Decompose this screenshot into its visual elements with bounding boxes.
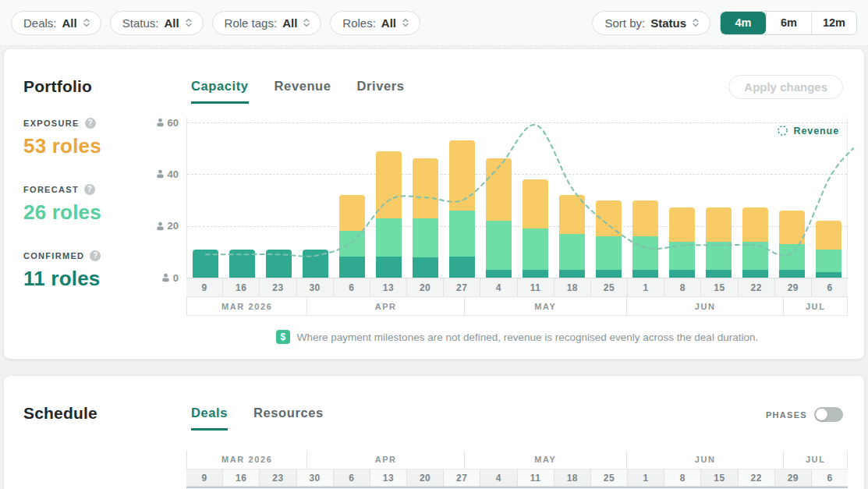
person-icon: [156, 221, 165, 231]
bar-slot-May 25: [590, 200, 627, 278]
segment-forecast: [706, 242, 732, 271]
segment-confirmed: [486, 270, 512, 278]
segment-confirmed: [632, 270, 658, 278]
segment-exposure: [449, 140, 475, 211]
stacked-bar-Jun 29: [779, 211, 805, 278]
week-cell-Apr 6: 6: [334, 470, 370, 486]
month-cell-may: MAY: [465, 297, 627, 315]
dollar-icon: $: [276, 330, 290, 344]
bar-slot-Apr 6: [334, 195, 370, 278]
bar-slot-Apr 13: [370, 151, 407, 278]
stacked-bar-Apr 13: [376, 151, 402, 278]
segment-exposure: [779, 211, 805, 244]
segment-confirmed: [266, 250, 292, 278]
segment-exposure: [486, 158, 512, 221]
revenue-legend-label: Revenue: [794, 126, 839, 136]
segment-exposure: [742, 207, 768, 241]
phases-toggle[interactable]: [814, 407, 843, 422]
chart-bars: [187, 118, 847, 278]
y-tick-0: 0: [161, 271, 179, 284]
stacked-bar-Mar 16: [229, 250, 255, 278]
week-cell-Apr 20: 20: [407, 278, 444, 296]
segment-confirmed: [779, 270, 805, 278]
week-cell-May 11: 11: [518, 278, 554, 296]
segment-confirmed: [303, 250, 328, 278]
segment-forecast: [413, 218, 438, 257]
segment-forecast: [449, 211, 475, 257]
phases-control: PHASES: [766, 407, 843, 422]
bar-slot-May 11: [517, 179, 554, 278]
capacity-chart: Revenue: [186, 118, 848, 278]
status-label: Status:: [122, 16, 159, 30]
updown-chevron-icon: [402, 18, 409, 27]
bar-slot-Jun 8: [664, 207, 700, 278]
status-dropdown[interactable]: Status:All: [110, 11, 204, 35]
portfolio-tabs: CapacityRevenueDrivers: [191, 79, 405, 104]
chart-y-axis: 6040200: [4, 118, 182, 278]
tab-resources[interactable]: Resources: [253, 406, 324, 431]
time-range-12m[interactable]: 12m: [811, 12, 856, 34]
topbar-right: Sort by: Status 4m6m12m: [592, 11, 857, 35]
schedule-week-axis: 916233061320274111825181522296: [186, 469, 848, 487]
time-range-6m[interactable]: 6m: [766, 12, 811, 34]
footnote-text: Where payment milestones are not defined…: [297, 331, 758, 343]
month-cell-jun: JUN: [627, 297, 784, 315]
deals-dropdown[interactable]: Deals:All: [11, 11, 101, 35]
segment-forecast: [742, 242, 768, 271]
stacked-bar-Jun 15: [706, 207, 732, 278]
deals-value: All: [62, 16, 77, 30]
segment-confirmed: [449, 257, 475, 278]
bar-slot-May 4: [480, 158, 517, 278]
week-cell-Mar 30: 30: [297, 470, 334, 486]
week-cell-May 4: 4: [480, 278, 517, 296]
segment-exposure: [706, 207, 732, 241]
stacked-bar-Jun 22: [742, 207, 768, 278]
segment-forecast: [486, 221, 512, 270]
time-range-segmented-control: 4m6m12m: [720, 11, 857, 35]
updown-chevron-icon: [185, 18, 193, 27]
week-cell-May 11: 11: [518, 470, 554, 486]
time-range-4m[interactable]: 4m: [721, 12, 766, 34]
bar-slot-Apr 20: [407, 158, 444, 278]
week-cell-Jun 1: 1: [628, 278, 664, 296]
sort-by-dropdown[interactable]: Sort by: Status: [592, 11, 710, 35]
tab-deals[interactable]: Deals: [191, 406, 228, 431]
month-cell-jul: JUL: [784, 297, 847, 315]
top-filter-bar: Deals:AllStatus:AllRole tags:AllRoles:Al…: [0, 0, 868, 46]
schedule-row-hint: [186, 487, 848, 488]
month-cell-mar-2026: MAR 2026: [187, 297, 307, 315]
tab-revenue[interactable]: Revenue: [275, 79, 331, 104]
stacked-bar-Jun 1: [632, 200, 658, 278]
person-icon: [156, 118, 165, 127]
segment-confirmed: [706, 270, 732, 278]
updown-chevron-icon: [692, 18, 700, 27]
week-cell-Mar 23: 23: [260, 278, 296, 296]
toggle-knob: [816, 409, 827, 420]
month-cell-apr: APR: [307, 297, 464, 315]
dotted-circle-icon: [777, 125, 788, 136]
week-cell-Mar 16: 16: [223, 470, 260, 486]
segment-confirmed: [523, 270, 548, 278]
week-cell-Jun 22: 22: [739, 470, 775, 486]
person-icon: [156, 169, 165, 179]
chart-week-axis: 916233061320274111825181522296: [186, 278, 848, 297]
revenue-footnote: $Where payment milestones are not define…: [186, 330, 848, 344]
bar-slot-Jul 6: [810, 221, 847, 278]
stacked-bar-Jun 8: [669, 207, 695, 278]
updown-chevron-icon: [303, 18, 310, 27]
week-cell-Jun 15: 15: [701, 278, 738, 296]
tab-capacity[interactable]: Capacity: [191, 79, 249, 104]
week-cell-Mar 30: 30: [297, 278, 334, 296]
week-cell-Jun 22: 22: [739, 278, 775, 296]
apply-changes-button[interactable]: Apply changes: [728, 75, 843, 99]
segment-exposure: [559, 195, 585, 234]
revenue-legend[interactable]: Revenue: [777, 125, 839, 136]
roles-dropdown[interactable]: Roles:All: [330, 11, 420, 35]
tab-drivers[interactable]: Drivers: [357, 79, 405, 104]
schedule-tabs: DealsResources: [191, 406, 324, 431]
week-cell-Apr 27: 27: [444, 278, 480, 296]
role-tags-dropdown[interactable]: Role tags:All: [212, 11, 322, 35]
segment-exposure: [596, 200, 622, 236]
portfolio-title: Portfolio: [23, 77, 92, 96]
roles-label: Roles:: [342, 16, 376, 30]
